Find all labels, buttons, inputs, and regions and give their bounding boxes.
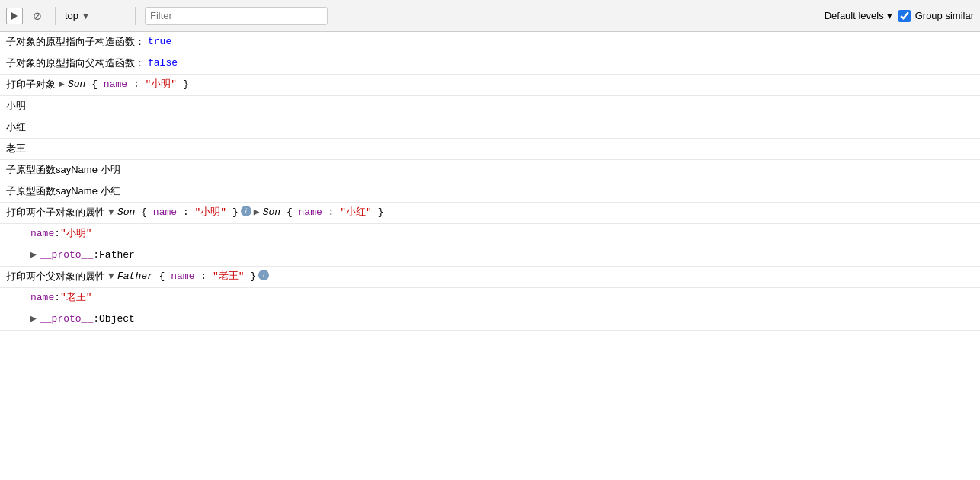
row8-label: 子原型函数sayName 小红: [6, 184, 120, 198]
row6-label: 老王: [6, 142, 26, 155]
row-name-xiao-ming-prop: name : "小明": [0, 224, 980, 245]
row3-label: 打印子对象: [6, 78, 56, 91]
row9-brace-open1: {: [141, 206, 147, 218]
filter-input[interactable]: [145, 7, 328, 25]
row-say-name-xiao-hong: 子原型函数sayName 小红: [0, 181, 980, 203]
row3-expand-arrow[interactable]: [59, 78, 68, 91]
row9a-value: "小明": [60, 227, 92, 241]
row3-brace-open: {: [91, 78, 98, 90]
row10b-expand-arrow[interactable]: [30, 312, 40, 326]
levels-dropdown[interactable]: Default levels ▾: [825, 10, 892, 21]
row-lao-wang: 老王: [0, 139, 980, 160]
row10a-key: name: [30, 291, 54, 305]
row3-key: name: [104, 78, 127, 90]
row3-constructor: Son: [68, 78, 91, 90]
row-xiao-ming: 小明: [0, 96, 980, 117]
row9-expand2-arrow[interactable]: [254, 206, 263, 219]
row10-constructor: Father: [117, 270, 159, 282]
row7-label: 子原型函数sayName 小明: [6, 163, 120, 177]
divider2: [135, 7, 136, 25]
row9-colon2: :: [328, 206, 341, 218]
row9b-proto-key: __proto__: [40, 248, 93, 262]
row9-constructor1: Son: [117, 206, 141, 218]
row9-string1: "小明": [194, 206, 226, 218]
row-proto-child-constructor: 子对象的原型指向子构造函数： true: [0, 32, 980, 53]
row-xiao-hong: 小红: [0, 117, 980, 139]
row9b-expand-arrow[interactable]: [30, 248, 40, 262]
row2-value: false: [148, 56, 178, 70]
group-similar-label: Group similar: [915, 10, 974, 21]
row9b-colon: :: [93, 248, 99, 262]
row-proto-parent-constructor: 子对象的原型指向父构造函数： false: [0, 53, 980, 75]
row9-key2: name: [299, 206, 322, 218]
row10-expand-arrow[interactable]: [108, 270, 117, 283]
row9-brace-open2: {: [287, 206, 293, 218]
row9-brace-close1: }: [232, 206, 239, 218]
row9-colon1: :: [183, 206, 195, 218]
row9a-key: name: [30, 227, 54, 241]
row-print-son-object: 打印子对象 Son { name : "小明" }: [0, 75, 980, 96]
group-similar-container: Group similar: [898, 10, 974, 22]
row-name-lao-wang-prop: name : "老王": [0, 288, 980, 309]
row10-value: Father { name : "老王" }: [117, 270, 256, 283]
row3-colon: :: [133, 78, 146, 90]
row10-label: 打印两个父对象的属性: [6, 270, 105, 283]
row3-string: "小明": [145, 78, 177, 90]
row1-label: 子对象的原型指向子构造函数：: [6, 35, 145, 49]
levels-label: Default levels: [825, 10, 884, 21]
row4-label: 小明: [6, 99, 26, 113]
row10-string: "老王": [213, 270, 245, 282]
row10-key: name: [171, 270, 194, 282]
row9-brace-close2: }: [378, 206, 384, 218]
play-icon: [11, 12, 18, 20]
scope-selector[interactable]: top ▼: [65, 10, 126, 21]
scope-label: top: [65, 10, 78, 21]
levels-arrow: ▾: [887, 10, 892, 21]
row10b-value: Object: [99, 312, 135, 326]
row-say-name-xiao-ming: 子原型函数sayName 小明: [0, 160, 980, 181]
divider: [55, 7, 56, 25]
row9-value2: Son { name : "小红" }: [263, 206, 384, 219]
row3-brace-close: }: [183, 78, 189, 90]
row-proto-object: __proto__ : Object: [0, 309, 980, 331]
row10-brace-open: {: [159, 270, 165, 282]
row9-key1: name: [153, 206, 177, 218]
row2-label: 子对象的原型指向父构造函数：: [6, 56, 145, 70]
toolbar: ⊘ top ▼ Default levels ▾ Group similar: [0, 0, 980, 32]
row9-info-icon[interactable]: i: [241, 206, 251, 216]
scope-dropdown-arrow: ▼: [82, 11, 90, 21]
row10-info-icon[interactable]: i: [258, 270, 269, 280]
row10a-colon: :: [54, 291, 60, 305]
row9-value1: Son { name : "小明" }: [117, 206, 239, 219]
row1-value: true: [148, 35, 171, 49]
row3-value: Son { name : "小明" }: [68, 78, 189, 91]
row9-label: 打印两个子对象的属性: [6, 206, 105, 219]
row10-colon: :: [200, 270, 213, 282]
row9b-value: Father: [99, 248, 135, 262]
row10b-colon: :: [93, 312, 99, 326]
row9-expand1-arrow[interactable]: [108, 206, 117, 219]
row10a-value: "老王": [60, 291, 92, 305]
row5-label: 小红: [6, 120, 26, 134]
row9a-colon: :: [54, 227, 60, 241]
group-similar-checkbox[interactable]: [898, 10, 911, 22]
row-proto-father: __proto__ : Father: [0, 245, 980, 267]
row-print-two-father-objects: 打印两个父对象的属性 Father { name : "老王" } i: [0, 267, 980, 288]
play-button[interactable]: [6, 8, 23, 24]
row10b-proto-key: __proto__: [40, 312, 93, 326]
row9-constructor2: Son: [263, 206, 287, 218]
row-print-two-son-objects: 打印两个子对象的属性 Son { name : "小明" } i Son { n…: [0, 203, 980, 224]
no-entry-icon[interactable]: ⊘: [29, 8, 46, 24]
row9-string2: "小红": [340, 206, 372, 218]
row10-brace-close: }: [250, 270, 256, 282]
